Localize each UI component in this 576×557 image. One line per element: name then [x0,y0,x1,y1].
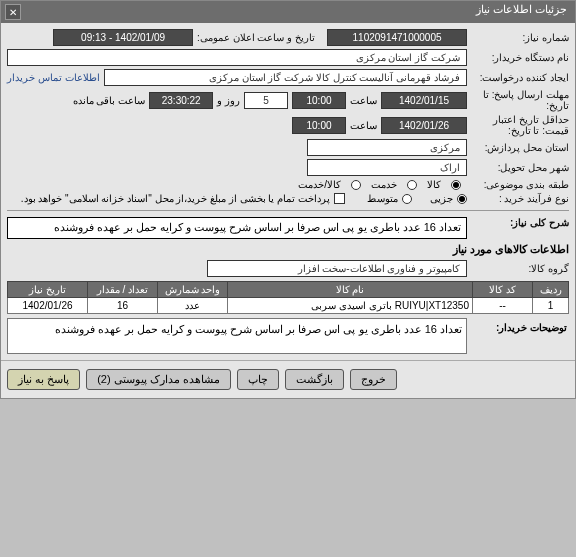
label-need-no: شماره نیاز: [471,32,569,43]
separator-1 [7,210,569,211]
radio-goods-label: کالا [427,179,441,190]
th-code: کد کالا [473,282,533,298]
label-hour-2: ساعت [350,120,377,131]
label-day-and: روز و [217,95,240,106]
value-requester: فرشاد قهرمانی آنالیست کنترل کالا شرکت گا… [104,69,467,86]
label-deadline: مهلت ارسال پاسخ: تا تاریخ: [471,89,569,111]
value-city: اراک [307,159,467,176]
buyer-notes-row: توضیحات خریدار: تعداد 16 عدد باطری یو پی… [7,318,569,354]
row-need-no: شماره نیاز: 1102091471000005 تاریخ و ساع… [7,29,569,46]
label-city: شهر محل تحویل: [471,162,569,173]
th-date: تاریخ نیاز [8,282,88,298]
label-buy-type: نوع فرآیند خرید : [471,193,569,204]
checkbox-paynote[interactable] [334,193,345,204]
row-deadline: مهلت ارسال پاسخ: تا تاریخ: 1402/01/15 سا… [7,89,569,111]
value-device: شرکت گاز استان مرکزی [7,49,467,66]
value-need-no: 1102091471000005 [327,29,467,46]
label-buyer-notes: توضیحات خریدار: [471,318,569,354]
paynote-text: پرداخت تمام یا بخشی از مبلغ خرید،از محل … [21,193,330,204]
titlebar: جزئیات اطلاعات نیاز ✕ [1,1,575,23]
items-table: ردیف کد کالا نام کالا واحد شمارش تعداد /… [7,281,569,314]
value-deadline-date: 1402/01/15 [381,92,467,109]
label-need-brief: شرح کلی نیاز: [471,217,569,228]
respond-button[interactable]: پاسخ به نیاز [7,369,80,390]
cell-date: 1402/01/26 [8,298,88,314]
row-category: طبقه بندی موضوعی: کالا خدمت کالا/خدمت [7,179,569,190]
radio-minor-label: جزیی [430,193,453,204]
label-device: نام دستگاه خریدار: [471,52,569,63]
row-need-brief: شرح کلی نیاز: تعداد 16 عدد باطری یو پی ا… [7,217,569,239]
row-buy-type: نوع فرآیند خرید : جزیی متوسط پرداخت تمام… [7,193,569,204]
value-deadline-remain: 23:30:22 [149,92,213,109]
value-group: کامپیوتر و فناوری اطلاعات-سخت افزار [207,260,467,277]
attachments-button[interactable]: مشاهده مدارک پیوستی (2) [86,369,231,390]
print-button[interactable]: چاپ [237,369,279,390]
value-valid-time: 10:00 [292,117,346,134]
radio-service[interactable] [407,180,417,190]
radio-minor[interactable] [457,194,467,204]
table-row[interactable]: 1 -- باتری اسیدی سربی RUIYU|XT12350 عدد … [8,298,569,314]
radio-goods[interactable] [451,180,461,190]
th-unit: واحد شمارش [158,282,228,298]
row-province: استان محل پردازش: مرکزی [7,139,569,156]
th-row: ردیف [533,282,569,298]
value-valid-date: 1402/01/26 [381,117,467,134]
close-icon[interactable]: ✕ [5,4,21,20]
items-header-row: ردیف کد کالا نام کالا واحد شمارش تعداد /… [8,282,569,298]
radio-service-label: خدمت [371,179,397,190]
window-title: جزئیات اطلاعات نیاز [476,3,567,15]
radio-medium-label: متوسط [367,193,398,204]
th-name: نام کالا [228,282,473,298]
cell-name: باتری اسیدی سربی RUIYU|XT12350 [228,298,473,314]
buyer-contact-link[interactable]: اطلاعات تماس خریدار [7,72,100,83]
row-device: نام دستگاه خریدار: شرکت گاز استان مرکزی [7,49,569,66]
value-buyer-notes: تعداد 16 عدد باطری یو پی اس صرفا بر اساس… [7,318,467,354]
label-remain: ساعت باقی مانده [73,95,146,106]
value-need-brief: تعداد 16 عدد باطری یو پی اس صرفا بر اساس… [7,217,467,239]
label-group: گروه کالا: [471,263,569,274]
th-qty: تعداد / مقدار [88,282,158,298]
back-button[interactable]: بازگشت [285,369,344,390]
exit-button[interactable]: خروج [350,369,397,390]
label-category: طبقه بندی موضوعی: [471,179,569,190]
label-requester: ایجاد کننده درخواست: [471,72,569,83]
row-valid: حداقل تاریخ اعتبار قیمت: تا تاریخ: 1402/… [7,114,569,136]
window: جزئیات اطلاعات نیاز ✕ شماره نیاز: 110209… [0,0,576,399]
cell-unit: عدد [158,298,228,314]
label-province: استان محل پردازش: [471,142,569,153]
label-min-valid: حداقل تاریخ اعتبار قیمت: تا تاریخ: [471,114,569,136]
cell-row: 1 [533,298,569,314]
radio-goods-service-label: کالا/خدمت [298,179,341,190]
value-deadline-days: 5 [244,92,288,109]
value-province: مرکزی [307,139,467,156]
label-hour-1: ساعت [350,95,377,106]
cell-qty: 16 [88,298,158,314]
items-header: اطلاعات کالاهای مورد نیاز [7,243,569,256]
form-body: شماره نیاز: 1102091471000005 تاریخ و ساع… [1,23,575,360]
label-ann-datetime: تاریخ و ساعت اعلان عمومی: [197,32,315,43]
value-deadline-time: 10:00 [292,92,346,109]
radio-goods-service[interactable] [351,180,361,190]
radio-medium[interactable] [402,194,412,204]
footer: پاسخ به نیاز مشاهده مدارک پیوستی (2) چاپ… [1,360,575,398]
row-requester: ایجاد کننده درخواست: فرشاد قهرمانی آنالی… [7,69,569,86]
row-city: شهر محل تحویل: اراک [7,159,569,176]
value-ann-datetime: 1402/01/09 - 09:13 [53,29,193,46]
row-group: گروه کالا: کامپیوتر و فناوری اطلاعات-سخت… [7,260,569,277]
cell-code: -- [473,298,533,314]
